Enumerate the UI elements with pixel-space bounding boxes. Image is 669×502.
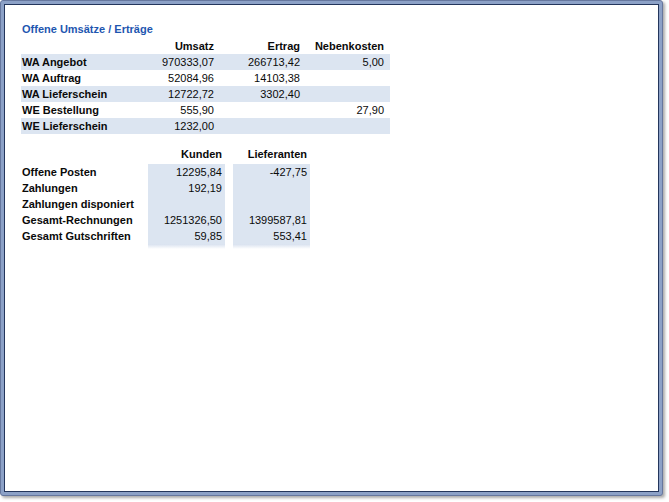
lieferanten-block-shadow — [233, 244, 310, 249]
table1-header-nebenkosten: Nebenkosten — [306, 38, 390, 54]
column-gap — [225, 180, 233, 196]
column-gap — [225, 228, 233, 244]
nebenkosten-value — [306, 70, 390, 86]
kunden-value: 12295,84 — [148, 164, 225, 180]
row-label: Gesamt-Rechnungen — [21, 212, 148, 228]
table1-header-row: Umsatz Ertrag Nebenkosten — [21, 38, 390, 54]
lieferanten-value: -427,75 — [233, 164, 310, 180]
table2-header-lieferanten: Lieferanten — [233, 146, 310, 162]
table-row: Gesamt-Rechnungen 1251326,50 1399587,81 — [21, 212, 310, 228]
row-label: WA Auftrag — [21, 70, 124, 86]
customers-suppliers-table: Kunden Lieferanten Offene Posten 12295,8… — [21, 146, 310, 244]
table1-header-spacer — [21, 38, 124, 54]
table-row: WE Lieferschein 1232,00 — [21, 118, 390, 134]
ertrag-value — [220, 102, 306, 118]
table2-header-spacer — [21, 146, 148, 162]
table-row: Zahlungen 192,19 — [21, 180, 310, 196]
ertrag-value: 266713,42 — [220, 54, 306, 70]
umsatz-value: 52084,96 — [124, 70, 220, 86]
ertrag-value: 14103,38 — [220, 70, 306, 86]
lieferanten-value — [233, 196, 310, 212]
nebenkosten-value: 5,00 — [306, 54, 390, 70]
umsatz-value: 12722,72 — [124, 86, 220, 102]
lieferanten-value: 1399587,81 — [233, 212, 310, 228]
open-revenues-table: Umsatz Ertrag Nebenkosten WA Angebot 970… — [21, 38, 390, 134]
row-label: WA Angebot — [21, 54, 124, 70]
nebenkosten-value — [306, 86, 390, 102]
table-row: Gesamt Gutschriften 59,85 553,41 — [21, 228, 310, 244]
table-row: WA Lieferschein 12722,72 3302,40 — [21, 86, 390, 102]
umsatz-value: 1232,00 — [124, 118, 220, 134]
table-row: WE Bestellung 555,90 27,90 — [21, 102, 390, 118]
nebenkosten-value: 27,90 — [306, 102, 390, 118]
table1-header-ertrag: Ertrag — [220, 38, 306, 54]
row-label: Zahlungen — [21, 180, 148, 196]
page-title: Offene Umsätze / Erträge — [22, 23, 153, 35]
report-window: Offene Umsätze / Erträge Umsatz Ertrag N… — [0, 0, 663, 496]
row-label: WE Bestellung — [21, 102, 124, 118]
umsatz-value: 970333,07 — [124, 54, 220, 70]
kunden-value: 1251326,50 — [148, 212, 225, 228]
lieferanten-value — [233, 180, 310, 196]
nebenkosten-value — [306, 118, 390, 134]
table-row: WA Auftrag 52084,96 14103,38 — [21, 70, 390, 86]
table2-header-kunden: Kunden — [148, 146, 225, 162]
umsatz-value: 555,90 — [124, 102, 220, 118]
table-row: Offene Posten 12295,84 -427,75 — [21, 164, 310, 180]
table-row: WA Angebot 970333,07 266713,42 5,00 — [21, 54, 390, 70]
column-gap — [225, 196, 233, 212]
column-gap — [225, 164, 233, 180]
ertrag-value — [220, 118, 306, 134]
row-label: WE Lieferschein — [21, 118, 124, 134]
lieferanten-value: 553,41 — [233, 228, 310, 244]
report-panel: Offene Umsätze / Erträge Umsatz Ertrag N… — [4, 4, 659, 492]
row-label: WA Lieferschein — [21, 86, 124, 102]
row-label: Gesamt Gutschriften — [21, 228, 148, 244]
table-row: Zahlungen disponiert — [21, 196, 310, 212]
kunden-block-shadow — [148, 244, 225, 249]
row-label: Zahlungen disponiert — [21, 196, 148, 212]
table2-header-row: Kunden Lieferanten — [21, 146, 310, 162]
kunden-value: 59,85 — [148, 228, 225, 244]
table2-header-gap — [225, 146, 233, 162]
table1-header-umsatz: Umsatz — [124, 38, 220, 54]
row-label: Offene Posten — [21, 164, 148, 180]
kunden-value — [148, 196, 225, 212]
ertrag-value: 3302,40 — [220, 86, 306, 102]
column-gap — [225, 212, 233, 228]
kunden-value: 192,19 — [148, 180, 225, 196]
